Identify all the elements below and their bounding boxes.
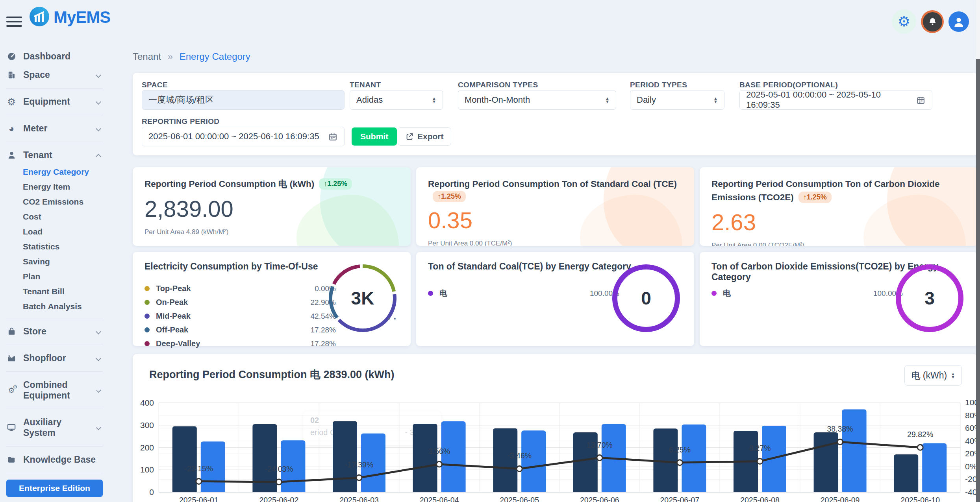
- x-tick: 2025-06-08: [740, 496, 780, 502]
- gears-icon: ⚙⚙: [6, 387, 17, 394]
- svg-text:3K: 3K: [351, 288, 374, 308]
- person-icon: [6, 151, 17, 160]
- sidebar-divider: [6, 88, 103, 89]
- pie-icon: ◕: [6, 124, 17, 133]
- legend-item[interactable]: On-Peak22.90%: [144, 295, 336, 309]
- sidebar-subitem-load[interactable]: Load: [0, 224, 109, 239]
- sidebar-item-knowledge-base[interactable]: Knowledge Base: [0, 450, 109, 469]
- chart-unit-select[interactable]: 电 (kWh) ▲▼: [904, 365, 962, 386]
- folder-icon: [6, 455, 17, 464]
- base-period-bar: [894, 454, 918, 492]
- gauge-icon: [6, 52, 17, 61]
- sidebar-item-combined-equipment[interactable]: ⚙⚙Combined Equipment: [0, 376, 109, 405]
- legend-item[interactable]: 电100.00%: [428, 286, 619, 300]
- sidebar-item-shopfloor[interactable]: Shopfloor: [0, 349, 109, 367]
- page-scrollbar-thumb[interactable]: [976, 59, 980, 502]
- y-tick-left: 100: [140, 465, 154, 474]
- legend-label: Top-Peak: [156, 284, 191, 293]
- breadcrumb-parent[interactable]: Tenant: [133, 51, 161, 62]
- trend-badge: ↑1.25%: [319, 178, 352, 190]
- donut-legend: 电100.00%: [428, 286, 619, 300]
- legend-label: Mid-Peak: [156, 312, 191, 321]
- sidebar-divider: [6, 371, 103, 372]
- sidebar-subitem-energy-category[interactable]: Energy Category: [0, 164, 109, 179]
- calendar-icon: [916, 95, 926, 105]
- sidebar-item-equipment[interactable]: ⚙Equipment: [0, 92, 109, 111]
- summary-card-value: 2.63: [711, 209, 966, 235]
- comparison-types-select[interactable]: Month-On-Month ▲▼: [458, 90, 616, 110]
- bag-icon: [6, 327, 17, 336]
- x-tick: 2025-06-01: [179, 496, 219, 502]
- sidebar-subitem-batch-analysis[interactable]: Batch Analysis: [0, 299, 109, 314]
- donut-legend: Top-Peak0.00%On-Peak22.90%Mid-Peak42.54%…: [144, 282, 336, 351]
- summary-card: Reporting Period Consumption Ton of Carb…: [700, 167, 978, 246]
- sidebar-subitem-statistics[interactable]: Statistics: [0, 239, 109, 254]
- legend-dot-icon: [144, 300, 150, 305]
- sidebar-item-label: Knowledge Base: [23, 454, 96, 465]
- legend-item[interactable]: 电100.00%: [711, 286, 903, 300]
- svg-text:3: 3: [924, 288, 935, 308]
- reporting-period-bar: [521, 430, 546, 492]
- trend-badge: ↑1.25%: [798, 192, 832, 203]
- tenant-select[interactable]: Adidas ▲▼: [350, 90, 443, 110]
- sidebar-item-auxiliary-system[interactable]: Auxiliary System: [0, 413, 109, 442]
- menu-toggle-icon[interactable]: [6, 17, 22, 30]
- sidebar-subitem-tenant-bill[interactable]: Tenant Bill: [0, 284, 109, 299]
- sidebar-subitem-plan[interactable]: Plan: [0, 269, 109, 284]
- sidebar-item-label: Meter: [23, 123, 47, 134]
- summary-card: Reporting Period Consumption 电 (kWh)↑1.2…: [133, 167, 411, 246]
- donut-cards-row: Electricity Consumption by Time-Of-UseTo…: [133, 252, 978, 346]
- sidebar-subitem-cost[interactable]: Cost: [0, 209, 109, 224]
- logo-mark-icon: [29, 6, 50, 28]
- notifications-bell-icon[interactable]: [921, 10, 944, 33]
- y-tick-left: 400: [140, 398, 154, 407]
- legend-percent: 17.28%: [311, 340, 336, 348]
- legend-dot-icon: [144, 314, 150, 319]
- chevron-down-icon: [96, 72, 101, 78]
- reporting-period-bar: [922, 443, 947, 492]
- x-tick: 2025-06-07: [660, 496, 700, 502]
- settings-gear-icon[interactable]: ⚙: [892, 9, 916, 34]
- submit-button[interactable]: Submit: [352, 127, 397, 146]
- reporting-period-input[interactable]: 2025-06-01 00:00:00 ~ 2025-06-10 16:09:3…: [142, 127, 345, 146]
- legend-item[interactable]: Off-Peak17.28%: [144, 323, 336, 337]
- export-button[interactable]: Export: [398, 127, 451, 146]
- chart-title: Reporting Period Consumption 电 2839.00 (…: [149, 367, 395, 382]
- sidebar-item-label: Dashboard: [23, 51, 70, 62]
- filter-panel: SPACE 一度城/商场/租区 TENANT Adidas ▲▼ COMPARI…: [133, 73, 978, 155]
- chevron-down-icon: [96, 126, 101, 131]
- trend-label: -17.39%: [345, 460, 374, 469]
- sidebar-divider: [6, 446, 103, 447]
- user-avatar[interactable]: [949, 11, 969, 32]
- app-logo[interactable]: MyEMS: [29, 6, 110, 28]
- reporting-period-bar: [441, 421, 466, 492]
- summary-card-title: Reporting Period Consumption 电 (kWh): [144, 179, 314, 189]
- sidebar-item-tenant[interactable]: Tenant: [0, 146, 109, 164]
- sidebar-subitem-co2-emissions[interactable]: CO2 Emissions: [0, 194, 109, 209]
- tenant-label: TENANT: [350, 81, 381, 89]
- sidebar-item-dashboard[interactable]: Dashboard: [0, 47, 109, 66]
- sidebar-subitem-saving[interactable]: Saving: [0, 254, 109, 269]
- enterprise-edition-button[interactable]: Enterprise Edition: [6, 480, 103, 497]
- donut-card: Ton of Standard Coal(TCE) by Energy Cate…: [416, 252, 694, 346]
- donut-chart: 0: [611, 264, 681, 333]
- x-tick: 2025-06-10: [900, 496, 940, 502]
- chevron-down-icon: [96, 388, 102, 393]
- space-input[interactable]: 一度城/商场/租区: [142, 90, 345, 110]
- period-types-select[interactable]: Daily ▲▼: [630, 90, 724, 110]
- trend-point: [196, 479, 202, 484]
- sidebar-item-meter[interactable]: ◕Meter: [0, 119, 109, 138]
- legend-item[interactable]: Top-Peak0.00%: [144, 282, 336, 295]
- trend-label: 3.56%: [428, 447, 450, 456]
- summary-card-value: 2,839.00: [144, 196, 399, 222]
- breadcrumb-current[interactable]: Energy Category: [180, 51, 250, 62]
- legend-item[interactable]: Deep-Valley17.28%: [144, 337, 336, 351]
- base-period-input[interactable]: 2025-05-01 00:00:00 ~ 2025-05-10 16:09:3…: [739, 90, 932, 110]
- sidebar-item-space[interactable]: Space: [0, 66, 109, 84]
- sidebar-item-store[interactable]: Store: [0, 322, 109, 341]
- legend-item[interactable]: Mid-Peak42.54%: [144, 309, 336, 323]
- trend-label: 8.27%: [749, 444, 771, 452]
- sidebar-divider: [6, 115, 103, 115]
- legend-label: Deep-Valley: [156, 339, 200, 348]
- sidebar-subitem-energy-item[interactable]: Energy Item: [0, 179, 109, 194]
